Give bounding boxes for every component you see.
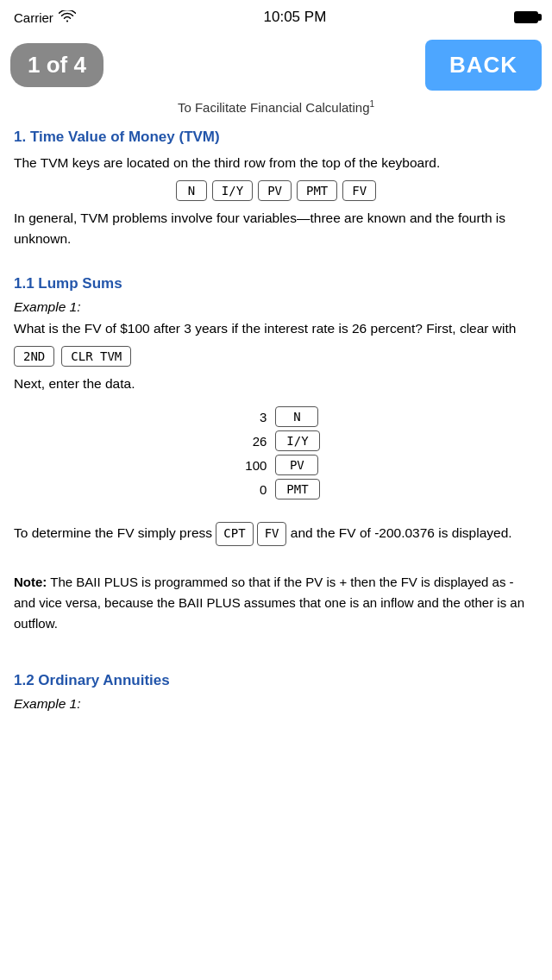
data-entry-table: 3 N 26 I/Y 100 PV 0 PMT — [232, 403, 319, 503]
wifi-icon — [59, 10, 76, 25]
section1-2-heading: 1.2 Ordinary Annuities — [14, 672, 538, 689]
subtitle: To Facilitate Financial Calculating1 — [14, 99, 538, 115]
section1-para1: The TVM keys are located on the third ro… — [14, 153, 538, 173]
key-2nd: 2ND — [14, 346, 54, 367]
clear-keys-row: 2ND CLR TVM — [14, 346, 538, 367]
section1-1-heading: 1.1 Lump Sums — [14, 275, 538, 292]
fv-keys: CPT FV — [216, 522, 286, 546]
key-cpt: CPT — [216, 522, 253, 546]
carrier-wifi: Carrier — [14, 10, 76, 25]
subtitle-sup: 1 — [370, 99, 375, 109]
note-paragraph: Note: The BAII PLUS is programmed so tha… — [14, 572, 538, 634]
val-pv: 100 — [232, 458, 267, 473]
battery-icon — [514, 11, 538, 23]
subtitle-text: To Facilitate Financial Calculating — [178, 100, 370, 115]
question-text: What is the FV of $100 after 3 years if … — [14, 318, 538, 339]
next-text: Next, enter the data. — [14, 374, 538, 394]
example1-2-label: Example 1: — [14, 696, 538, 712]
note-body: The BAII PLUS is programmed so that if t… — [14, 575, 524, 631]
key-entry-iy: I/Y — [275, 430, 319, 451]
fv-text2: and the FV of -200.0376 is displayed. — [291, 525, 512, 540]
example1-label: Example 1: — [14, 299, 538, 315]
fv-text1: To determine the FV simply press — [14, 525, 212, 540]
back-button[interactable]: BACK — [425, 40, 542, 91]
page-badge: 1 of 4 — [10, 43, 104, 87]
status-time: 10:05 PM — [76, 9, 514, 26]
data-row-iy: 26 I/Y — [232, 430, 319, 451]
content-area: To Facilitate Financial Calculating1 1. … — [0, 96, 552, 741]
val-pmt: 0 — [232, 482, 267, 497]
key-n: N — [176, 180, 207, 201]
section1-para2: In general, TVM problems involve four va… — [14, 208, 538, 249]
section1-heading: 1. Time Value of Money (TVM) — [14, 129, 538, 146]
data-row-pv: 100 PV — [232, 455, 319, 475]
key-fv: FV — [342, 180, 376, 201]
key-pmt: PMT — [297, 180, 337, 201]
tvm-key-row: N I/Y PV PMT FV — [14, 180, 538, 201]
key-entry-pmt: PMT — [275, 479, 319, 499]
data-row-n: 3 N — [232, 406, 319, 427]
question-text-content: What is the FV of $100 after 3 years if … — [14, 321, 516, 336]
note-label: Note: — [14, 575, 47, 589]
key-pv: PV — [258, 180, 292, 201]
key-iy: I/Y — [212, 180, 253, 201]
key-entry-n: N — [275, 406, 318, 427]
val-n: 3 — [232, 410, 267, 424]
fv-instruction: To determine the FV simply press CPT FV … — [14, 522, 538, 546]
val-iy: 26 — [232, 434, 267, 449]
key-clr-tvm: CLR TVM — [61, 346, 131, 367]
header-row: 1 of 4 BACK — [0, 35, 552, 96]
key-entry-pv: PV — [275, 455, 318, 475]
carrier-label: Carrier — [14, 10, 53, 25]
data-row-pmt: 0 PMT — [232, 479, 319, 499]
key-fv-entry: FV — [257, 522, 287, 546]
status-bar: Carrier 10:05 PM — [0, 0, 552, 35]
